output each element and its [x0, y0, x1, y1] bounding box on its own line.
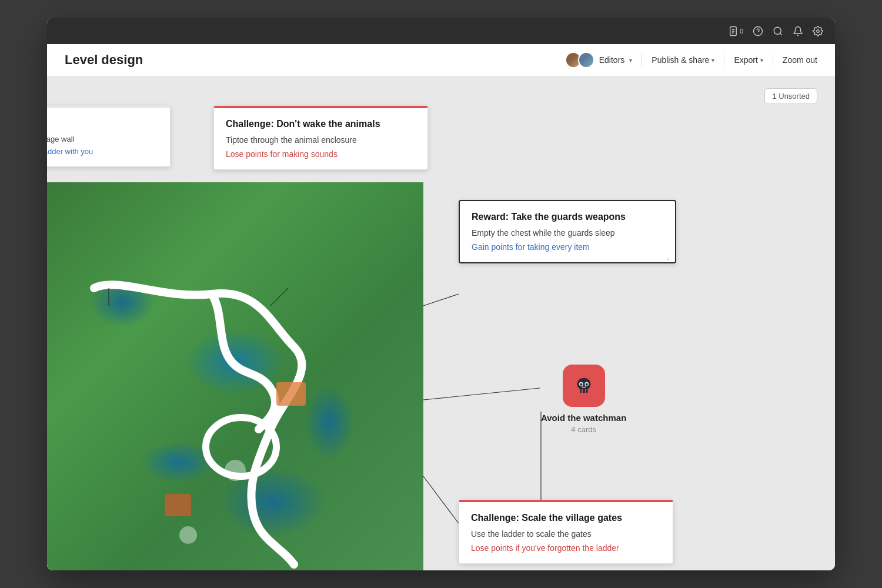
svg-line-17: [423, 388, 540, 400]
card-challenge-1-title: Challenge: Don't wake the animals: [226, 119, 416, 129]
watchman-label: Avoid the watchman: [541, 413, 626, 423]
card-partial-link: ging the ladder with you: [47, 147, 158, 156]
unsorted-badge[interactable]: 1 Unsorted: [764, 88, 817, 104]
divider-3: [773, 54, 773, 66]
svg-point-4: [754, 26, 763, 35]
svg-point-7: [817, 29, 820, 32]
card-partial-line1: e wall: [47, 119, 158, 131]
publish-label: Publish & share: [652, 55, 709, 65]
card-reward-desc: Empty the chest while the guards sleep: [472, 228, 663, 238]
export-button[interactable]: Export ▾: [734, 55, 763, 65]
skull-icon: [563, 365, 605, 407]
card-reward[interactable]: Reward: Take the guards weapons Empty th…: [459, 200, 676, 263]
card-partial-line2: ale the village wall: [47, 135, 158, 143]
document-icon[interactable]: 0: [728, 26, 743, 36]
card-bottom-link: Lose points if you've forgotten the ladd…: [471, 543, 661, 553]
svg-rect-9: [276, 382, 306, 406]
divider-1: [642, 54, 642, 66]
export-label: Export: [734, 55, 757, 65]
card-challenge-1-desc: Tiptoe through the animal enclosure: [226, 135, 416, 145]
card-bottom-desc: Use the ladder to scale the gates: [471, 529, 661, 539]
card-challenge-1-link: Lose points for making sounds: [226, 149, 416, 159]
svg-point-26: [580, 383, 582, 386]
page-title: Level design: [65, 52, 565, 68]
export-chevron: ▾: [760, 57, 763, 64]
canvas-area[interactable]: 1 Unsorted: [47, 76, 835, 570]
card-bottom[interactable]: Challenge: Scale the village gates Use t…: [459, 500, 673, 564]
svg-point-27: [586, 383, 588, 386]
card-bottom-title: Challenge: Scale the village gates: [471, 513, 661, 523]
editors-label: Editors: [599, 55, 625, 65]
svg-point-12: [225, 460, 246, 481]
svg-point-13: [179, 526, 197, 544]
svg-line-19: [423, 476, 459, 523]
editors-button[interactable]: Editors ▾: [565, 52, 633, 68]
header: Level design Editors ▾ Publish & share: [47, 44, 835, 76]
search-icon[interactable]: [773, 26, 783, 36]
watchman-sublabel: 4 cards: [571, 425, 596, 434]
bell-icon[interactable]: [793, 26, 803, 36]
resize-handle[interactable]: ⌟: [667, 254, 673, 260]
avatars: [565, 52, 594, 68]
svg-point-6: [774, 27, 781, 34]
publish-button[interactable]: Publish & share ▾: [652, 55, 714, 65]
zoom-button[interactable]: Zoom out: [783, 55, 817, 65]
divider-2: [724, 54, 724, 66]
gear-icon[interactable]: [813, 26, 823, 36]
notification-count: 0: [740, 28, 743, 35]
skull-svg: [573, 375, 595, 397]
icon-node-watchman[interactable]: Avoid the watchman 4 cards: [541, 365, 626, 434]
svg-rect-21: [580, 389, 587, 393]
help-icon[interactable]: [753, 26, 763, 36]
top-bar: 0: [47, 18, 835, 44]
zoom-label: Zoom out: [783, 55, 817, 65]
svg-line-16: [423, 294, 459, 306]
card-challenge-1[interactable]: Challenge: Don't wake the animals Tiptoe…: [213, 106, 428, 170]
card-partial[interactable]: e wall ale the village wall ging the lad…: [47, 106, 171, 167]
card-reward-title: Reward: Take the guards weapons: [472, 212, 663, 222]
svg-rect-10: [165, 494, 191, 516]
editors-chevron: ▾: [629, 57, 632, 64]
header-actions: Editors ▾ Publish & share ▾ Export ▾ Zoo…: [565, 52, 817, 68]
publish-chevron: ▾: [711, 57, 714, 64]
map-image: [47, 182, 423, 570]
app-window: 0 Le: [47, 18, 835, 570]
avatar-2: [578, 52, 594, 68]
card-reward-link: Gain points for taking every item: [472, 242, 663, 252]
